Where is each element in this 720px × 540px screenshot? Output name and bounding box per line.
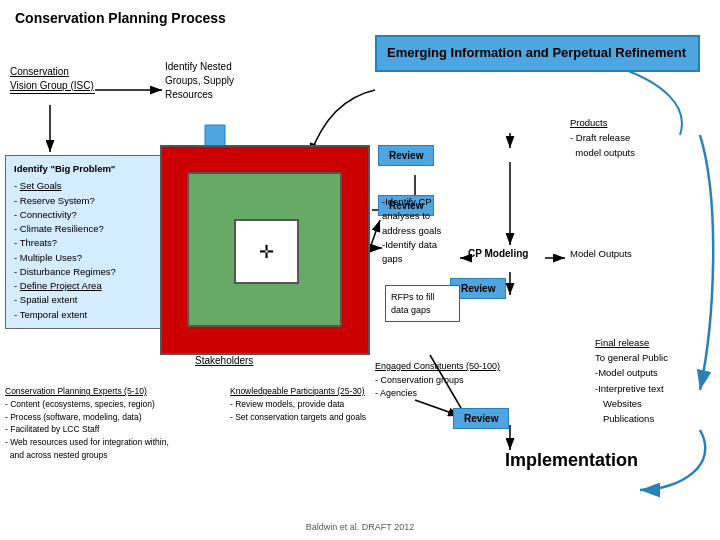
svg-line-17 [370,220,380,248]
experts-item-2: - Process (software, modeling, data) [5,411,225,424]
inner-square: ✛ [234,219,299,284]
products-item-1: - Draft release model outputs [570,130,635,160]
big-problem-item-1: - Set Goals [14,179,156,193]
stakeholders-label: Stakeholders [195,355,253,366]
big-problem-item-3: - Connectivity? [14,208,156,222]
big-problem-item-5: - Threats? [14,236,156,250]
rfps-box: RFPs to fill data gaps [385,285,460,322]
review-button-1[interactable]: Review [378,145,434,166]
engaged-item-2: - Agencies [375,387,500,401]
knowledgeable-item-2: - Set conservation targets and goals [230,411,390,424]
experts-area: Conservation Planning Experts (5-10) - C… [5,385,225,462]
engaged-title: Engaged Constituents (50-100) [375,360,500,374]
cp-modeling-label: CP Modeling [468,248,528,259]
emerging-box: Emerging Information and Perpetual Refin… [375,35,700,72]
products-area: Products - Draft release model outputs [570,115,635,161]
experts-item-4: - Web resources used for integration wit… [5,436,225,462]
final-release-subtitle: To general Public [595,350,668,365]
final-release-item-2: -Interpretive text [595,381,668,396]
knowledgeable-area: Knowledgeable Participants (25-30) - Rev… [230,385,390,423]
engaged-area: Engaged Constituents (50-100) - Conserva… [375,360,500,401]
big-problem-title: Identify "Big Problem" [14,162,156,176]
footer-text: Baldwin et al. DRAFT 2012 [306,522,414,532]
big-problem-item-7: - Disturbance Regimes? [14,265,156,279]
final-release-title: Final release [595,335,668,350]
experts-title: Conservation Planning Experts (5-10) [5,385,225,398]
implementation-text: Implementation [505,450,638,471]
model-outputs-label: Model Outputs [570,248,632,259]
nested-groups-text: Identify Nested Groups, Supply Resources [165,60,255,102]
experts-item-3: - Facilitated by LCC Staff [5,423,225,436]
big-problem-item-9: - Spatial extent [14,293,156,307]
review-button-4[interactable]: Review [453,408,509,429]
big-problem-item-2: - Reserve System? [14,194,156,208]
final-release-item-3: Websites [595,396,668,411]
big-problem-item-6: - Multiple Uses? [14,251,156,265]
outer-square: ✛ [160,145,370,355]
knowledgeable-title: Knowledgeable Participants (25-30) [230,385,390,398]
cvg-box: Conservation Vision Group (ISC) [10,65,95,94]
final-release-area: Final release To general Public -Model o… [595,335,668,426]
final-release-item-1: -Model outputs [595,365,668,380]
diagram-area: ✛ [160,145,370,355]
big-problem-item-4: - Climate Resilience? [14,222,156,236]
engaged-item-1: - Conservation groups [375,374,500,388]
page-title: Conservation Planning Process [15,10,226,26]
knowledgeable-item-1: - Review models, provide data [230,398,390,411]
big-problem-box: Identify "Big Problem" - Set Goals - Res… [5,155,165,329]
big-problem-item-10: - Temporal extent [14,308,156,322]
experts-item-1: - Content (ecosystems, species, region) [5,398,225,411]
big-problem-item-8: - Define Project Area [14,279,156,293]
final-release-item-4: Publications [595,411,668,426]
middle-square: ✛ [187,172,342,327]
products-title: Products [570,115,635,130]
cp-analyses-text: -Identify CP analyses to address goals-I… [382,195,457,266]
